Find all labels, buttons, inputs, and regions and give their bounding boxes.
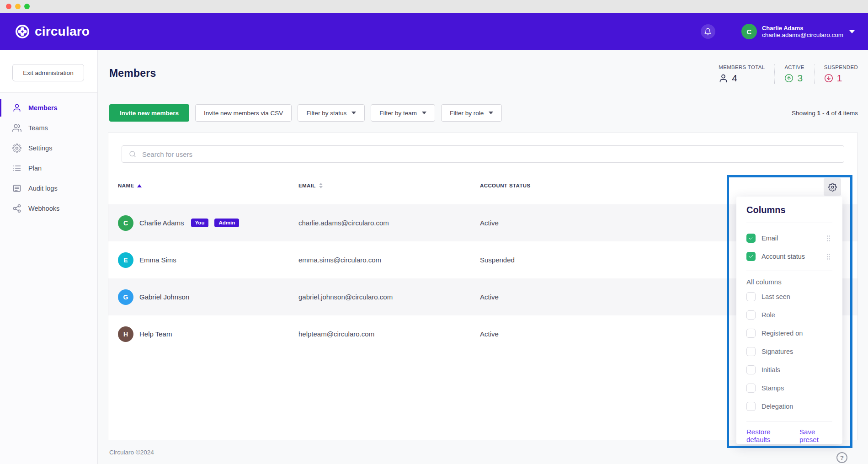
invite-members-csv-button[interactable]: Invite new members via CSV (195, 104, 292, 122)
stat-value: 1 (837, 73, 842, 84)
restore-defaults-link[interactable]: Restore defaults (746, 428, 791, 443)
avatar: G (118, 289, 133, 305)
gear-icon (828, 183, 837, 192)
chevron-down-icon (489, 112, 493, 114)
column-toggle-account-status[interactable]: Account status (746, 247, 832, 266)
exit-administration-button[interactable]: Exit administration (12, 64, 84, 81)
column-toggle-initials[interactable]: Initials (746, 361, 832, 379)
unchecked-checkbox[interactable] (746, 365, 756, 374)
person-icon (719, 74, 728, 83)
pagination-summary: Showing 1 - 4 of 4 items (792, 110, 858, 117)
table-settings-button[interactable] (824, 178, 841, 196)
stat-members-total: MEMBERS TOTAL 4 (719, 64, 774, 84)
avatar: E (118, 252, 133, 268)
table-header: NAME EMAIL ACCOUNT STATUS (108, 176, 857, 195)
unchecked-checkbox[interactable] (746, 310, 756, 320)
member-name: Help Team (139, 330, 172, 338)
check-icon (748, 235, 754, 241)
unchecked-checkbox[interactable] (746, 384, 756, 393)
minimize-window-button[interactable] (15, 4, 21, 9)
column-toggle-role[interactable]: Role (746, 306, 832, 324)
save-preset-link[interactable]: Save preset (799, 428, 832, 443)
filter-by-status-dropdown[interactable]: Filter by status (298, 104, 365, 122)
avatar: H (118, 326, 133, 342)
search-bar (122, 145, 844, 163)
check-icon (748, 254, 754, 259)
unchecked-checkbox[interactable] (746, 347, 756, 356)
checked-checkbox[interactable] (746, 234, 756, 243)
column-toggle-stamps[interactable]: Stamps (746, 379, 832, 397)
invite-new-members-button[interactable]: Invite new members (109, 104, 189, 122)
column-toggle-label: Last seen (761, 293, 790, 300)
document-icon (12, 184, 21, 193)
bell-icon (704, 28, 712, 36)
member-email: gabriel.johnson@circularo.com (298, 293, 480, 301)
search-input[interactable] (142, 150, 837, 158)
close-window-button[interactable] (6, 4, 11, 9)
columns-panel: Columns Email Account status All columns (736, 197, 842, 444)
available-columns-group: Last seen Role Registered on Signatures … (746, 288, 832, 416)
avatar: C (118, 215, 133, 231)
column-toggle-label: Email (761, 235, 778, 242)
checked-checkbox[interactable] (746, 252, 756, 261)
sidebar-item-audit-logs[interactable]: Audit logs (0, 178, 97, 198)
sidebar-item-settings[interactable]: Settings (0, 138, 97, 158)
member-email: helpteam@circularo.com (298, 330, 480, 338)
maximize-window-button[interactable] (24, 4, 30, 9)
circularo-logo-icon (15, 24, 30, 39)
filter-label: Filter by status (306, 110, 346, 117)
notifications-button[interactable] (701, 24, 715, 39)
stat-value: 3 (797, 73, 803, 84)
sidebar-item-webhooks[interactable]: Webhooks (0, 198, 97, 219)
user-menu[interactable]: C Charlie Adams charlie.adams@circularo.… (741, 24, 855, 39)
sidebar: Exit administration Members Teams Settin… (0, 50, 98, 464)
person-icon (12, 103, 21, 112)
column-toggle-last-seen[interactable]: Last seen (746, 288, 832, 306)
filter-by-role-dropdown[interactable]: Filter by role (441, 104, 502, 122)
app-window: circularo C Charlie Adams charlie.adams@… (0, 0, 868, 464)
sidebar-item-label: Teams (28, 124, 48, 132)
member-name-cell: G Gabriel Johnson (108, 289, 298, 305)
column-header-email[interactable]: EMAIL (298, 183, 480, 188)
member-name-cell: C Charlie Adams You Admin (108, 215, 298, 231)
os-title-bar (0, 0, 868, 13)
column-toggle-delegation[interactable]: Delegation (746, 397, 832, 416)
drag-handle-icon[interactable] (825, 253, 832, 261)
columns-panel-actions: Restore defaults Save preset (746, 421, 832, 443)
member-email: emma.sims@circularo.com (298, 256, 480, 264)
column-toggle-signatures[interactable]: Signatures (746, 342, 832, 361)
unchecked-checkbox[interactable] (746, 402, 756, 411)
chevron-down-icon (422, 112, 426, 114)
stat-label: ACTIVE (784, 64, 804, 70)
member-name-cell: H Help Team (108, 326, 298, 342)
brand-logo[interactable]: circularo (15, 24, 90, 39)
copyright-text: Circularo ©2024 (109, 449, 154, 456)
help-button[interactable]: ? (836, 452, 847, 463)
column-toggle-label: Initials (761, 366, 780, 373)
brand-wordmark: circularo (35, 24, 90, 39)
unchecked-checkbox[interactable] (746, 292, 756, 301)
column-toggle-registered-on[interactable]: Registered on (746, 324, 832, 342)
app-header: circularo C Charlie Adams charlie.adams@… (0, 13, 868, 50)
sidebar-item-teams[interactable]: Teams (0, 118, 97, 138)
toolbar: Invite new members Invite new members vi… (109, 104, 858, 122)
drag-handle-icon[interactable] (825, 235, 832, 242)
sidebar-item-plan[interactable]: Plan (0, 158, 97, 178)
stat-suspended: SUSPENDED 1 (814, 64, 858, 84)
column-toggle-label: Stamps (761, 384, 784, 392)
sort-icon (319, 183, 323, 188)
unchecked-checkbox[interactable] (746, 329, 756, 338)
arrow-down-circle-icon (824, 74, 833, 83)
column-toggle-email[interactable]: Email (746, 229, 832, 247)
column-header-account-status[interactable]: ACCOUNT STATUS (480, 183, 857, 188)
stat-active: ACTIVE 3 (774, 64, 814, 84)
column-toggle-label: Account status (761, 253, 805, 260)
column-header-name[interactable]: NAME (118, 183, 298, 188)
filter-label: Filter by team (379, 110, 417, 117)
filter-by-team-dropdown[interactable]: Filter by team (371, 104, 435, 122)
sidebar-item-members[interactable]: Members (0, 98, 97, 118)
column-toggle-label: Role (761, 311, 775, 319)
selected-columns-group: Email Account status (746, 223, 832, 271)
user-info: Charlie Adams charlie.adams@circularo.co… (762, 25, 843, 39)
arrow-up-circle-icon (784, 74, 793, 83)
